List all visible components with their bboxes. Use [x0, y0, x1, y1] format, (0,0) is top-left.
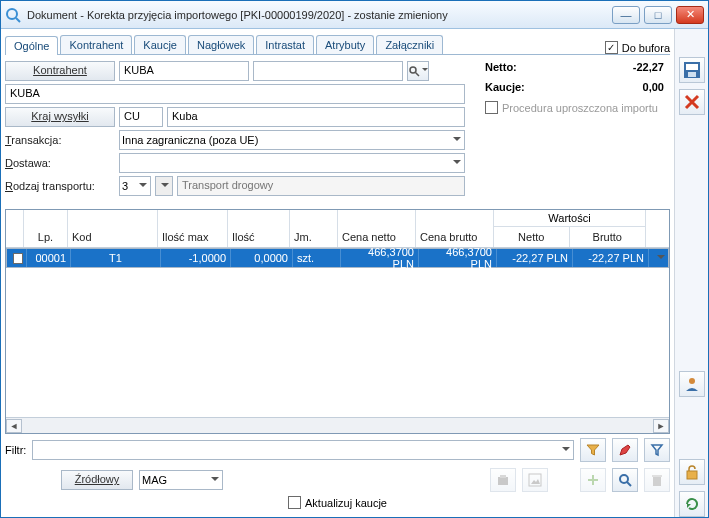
bottom-bar: Źródłowy MAG [5, 466, 670, 494]
transakcja-select[interactable]: Inna zagraniczna (poza UE) [119, 130, 465, 150]
kaucje-value: 0,00 [643, 81, 664, 93]
tab-kontrahent[interactable]: Kontrahent [60, 35, 132, 54]
buffer-label: Do bufora [622, 42, 670, 54]
filter-apply-button[interactable] [644, 438, 670, 462]
svg-line-3 [415, 72, 419, 76]
cell-wartn: -22,27 PLN [497, 249, 573, 267]
col-jm[interactable]: Jm. [290, 210, 338, 247]
close-button[interactable]: ✕ [676, 6, 704, 24]
svg-point-14 [689, 378, 695, 384]
col-cenan[interactable]: Cena netto [338, 210, 416, 247]
kaucje-label: Kaucje: [485, 81, 525, 93]
tab-kaucje[interactable]: Kaucje [134, 35, 186, 54]
procedura-checkbox[interactable]: ✓ [485, 101, 498, 114]
main-area: Ogólne Kontrahent Kaucje Nagłówek Intras… [1, 29, 674, 517]
form-left: Kontrahent KUBA KUBA Kraj wysyłki CU Kub… [5, 61, 465, 199]
kraj-button[interactable]: Kraj wysyłki [5, 107, 115, 127]
col-cenab[interactable]: Cena brutto [416, 210, 494, 247]
minimize-button[interactable]: — [612, 6, 640, 24]
cell-lp: 00001 [27, 249, 71, 267]
cell-cenan: 466,3700 PLN [341, 249, 419, 267]
col-wart-title: Wartości [494, 210, 645, 227]
transakcja-label: Transakcja: [5, 134, 115, 146]
col-wart-group: Wartości Netto Brutto [494, 210, 646, 247]
filter-funnel-button[interactable] [580, 438, 606, 462]
col-ilosc[interactable]: Ilość [228, 210, 290, 247]
person-button[interactable] [679, 371, 705, 397]
tab-ogolne[interactable]: Ogólne [5, 36, 58, 55]
source-button[interactable]: Źródłowy [61, 470, 133, 490]
rodzaj-label: Rodzaj transportu: [5, 180, 115, 192]
cancel-x-button[interactable] [679, 89, 705, 115]
tab-naglowek[interactable]: Nagłówek [188, 35, 254, 54]
filter-bar: Filtr: [5, 434, 670, 466]
grid-header: Lp. Kod Ilość max Ilość Jm. Cena netto C… [6, 210, 669, 248]
kontrahent-button[interactable]: Kontrahent [5, 61, 115, 81]
add-button[interactable] [580, 468, 606, 492]
body: Ogólne Kontrahent Kaucje Nagłówek Intras… [1, 29, 708, 517]
col-kod[interactable]: Kod [68, 210, 158, 247]
svg-rect-13 [688, 72, 696, 77]
filter-input[interactable] [32, 440, 574, 460]
maximize-button[interactable]: □ [644, 6, 672, 24]
unlock-button[interactable] [679, 459, 705, 485]
cell-kod: T1 [71, 249, 161, 267]
kraj-name-input[interactable]: Kuba [167, 107, 465, 127]
col-wartb[interactable]: Brutto [570, 227, 646, 247]
rodzaj-dd[interactable] [155, 176, 173, 196]
col-iloscmax[interactable]: Ilość max [158, 210, 228, 247]
titlebar: Dokument - Korekta przyjęcia importowego… [1, 1, 708, 29]
side-toolbar [674, 29, 708, 517]
tab-atrybuty[interactable]: Atrybuty [316, 35, 374, 54]
search-button[interactable] [612, 468, 638, 492]
dostawa-select[interactable] [119, 153, 465, 173]
svg-rect-5 [500, 475, 506, 478]
source-select[interactable]: MAG [139, 470, 223, 490]
kraj-code-input[interactable]: CU [119, 107, 163, 127]
grid-wrap: Lp. Kod Ilość max Ilość Jm. Cena netto C… [5, 209, 670, 434]
netto-value: -22,27 [633, 61, 664, 73]
form-right: Netto: -22,27 Kaucje: 0,00 ✓ Procedura u… [485, 61, 670, 199]
tab-zalaczniki[interactable]: Załączniki [376, 35, 443, 54]
window-title: Dokument - Korekta przyjęcia importowego… [27, 9, 612, 21]
svg-point-2 [410, 67, 416, 73]
kontrahent-code-input[interactable]: KUBA [119, 61, 249, 81]
delete-button[interactable] [644, 468, 670, 492]
footer: ✓ Aktualizuj kaucje [5, 494, 670, 513]
action2-button[interactable] [522, 468, 548, 492]
rodzaj-text: Transport drogowy [177, 176, 465, 196]
col-wartn[interactable]: Netto [494, 227, 570, 247]
refresh-button[interactable] [679, 491, 705, 517]
svg-point-7 [620, 475, 628, 483]
document-icon [5, 7, 21, 23]
filter-edit-button[interactable] [612, 438, 638, 462]
table-row[interactable]: ✓ 00001 T1 -1,0000 0,0000 szt. 466,3700 … [6, 248, 669, 268]
kontrahent-extra-input[interactable] [253, 61, 403, 81]
svg-rect-12 [686, 64, 698, 70]
grid-h-scroll[interactable]: ◄ ► [6, 417, 669, 433]
grid-body: ✓ 00001 T1 -1,0000 0,0000 szt. 466,3700 … [6, 248, 669, 417]
filter-label: Filtr: [5, 444, 26, 456]
rodzaj-num-select[interactable]: 3 [119, 176, 151, 196]
scroll-right-button[interactable]: ► [653, 419, 669, 433]
svg-point-0 [7, 9, 17, 19]
kontrahent-name-input[interactable]: KUBA [5, 84, 465, 104]
row-checkbox[interactable]: ✓ [13, 253, 23, 264]
buffer-row: ✓ Do bufora [605, 41, 670, 54]
window-buttons: — □ ✕ [612, 6, 704, 24]
tab-bar: Ogólne Kontrahent Kaucje Nagłówek Intras… [5, 33, 670, 55]
svg-line-1 [16, 18, 20, 22]
aktualizuj-checkbox[interactable]: ✓ [288, 496, 301, 509]
save-disk-button[interactable] [679, 57, 705, 83]
svg-rect-4 [498, 477, 508, 485]
svg-rect-9 [653, 477, 661, 486]
kontrahent-search-button[interactable] [407, 61, 429, 81]
tab-intrastat[interactable]: Intrastat [256, 35, 314, 54]
action1-button[interactable] [490, 468, 516, 492]
scroll-left-button[interactable]: ◄ [6, 419, 22, 433]
col-lp[interactable]: Lp. [24, 210, 68, 247]
buffer-checkbox[interactable]: ✓ [605, 41, 618, 54]
svg-rect-10 [652, 475, 662, 477]
cell-iloscmax: -1,0000 [161, 249, 231, 267]
cell-cenab: 466,3700 PLN [419, 249, 497, 267]
